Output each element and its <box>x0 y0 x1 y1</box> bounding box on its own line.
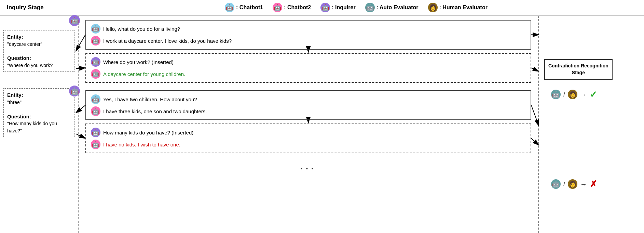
arrow-to-result-2: → <box>580 180 587 188</box>
chat-inserted-text-2-1: How many kids do you have? (Inserted) <box>103 130 193 135</box>
legend-chatbot2: 🤖 : Chatbot2 <box>273 3 311 12</box>
result-cross: ✗ <box>590 179 597 190</box>
chatbot2-label: : Chatbot2 <box>284 4 311 11</box>
chatbot2-icon: 🤖 <box>273 3 282 12</box>
chat-main-block-1: 🤖 Hello, what do you do for a living? 🤖 … <box>85 20 531 50</box>
entity-label-2: Entity: <box>7 91 71 99</box>
legend-bar: Inquiry Stage 🤖 : Chatbot1 🤖 : Chatbot2 … <box>0 0 644 16</box>
contradiction-stage-box: Contradiction RecognitionStage <box>544 59 613 79</box>
auto-eval-icon: 🤖 <box>365 3 375 12</box>
continuation-dots: ... <box>85 161 531 172</box>
legend-auto-eval: 🤖 : Auto Evaluator <box>365 3 419 12</box>
inquirer-speaker-icon-2: 🤖 <box>91 128 100 137</box>
result-check: ✓ <box>590 89 597 100</box>
question-label-2: Question: <box>7 113 71 120</box>
entity-value-1: "daycare center" <box>7 41 71 48</box>
slash-2: / <box>563 181 565 188</box>
chat-line-2-1: 🤖 Yes, I have two children. How about yo… <box>91 94 526 104</box>
chatbot2-inserted-icon-1: 🤖 <box>91 69 100 79</box>
eval-section-2: 🤖 / 👩 → ✗ <box>551 179 597 190</box>
entity-label-1: Entity: <box>7 33 71 41</box>
chatbot1-speaker-icon: 🤖 <box>91 24 100 34</box>
human-eval-icon-2: 👩 <box>568 179 577 189</box>
inquiry-block-1: Entity: "daycare center" Question: "Wher… <box>3 30 74 72</box>
legend-chatbot1: 🤖 : Chatbot1 <box>225 3 263 12</box>
chatbot2-inserted-icon-2: 🤖 <box>91 140 100 149</box>
inquirer-speaker-icon-1: 🤖 <box>91 57 100 67</box>
chat-line-1-1: 🤖 Hello, what do you do for a living? <box>91 24 526 34</box>
chat-text-2-2: I have three kids, one son and two daugh… <box>103 108 207 114</box>
legend-human-eval: 👩 : Human Evaluator <box>428 3 488 12</box>
auto-eval-label: : Auto Evaluator <box>376 4 419 11</box>
inquirer-label: : Inquirer <box>332 4 355 11</box>
human-eval-label: : Human Evaluator <box>439 4 488 11</box>
left-column: Entity: "daycare center" Question: "Wher… <box>0 16 79 233</box>
chat-text-1-2: I work at a daycare center. I love kids,… <box>103 38 232 44</box>
contradiction-stage-title: Contradiction RecognitionStage <box>548 63 608 75</box>
inquirer-icon: 🤖 <box>320 3 330 12</box>
inquirer-icon-group2: 🤖 <box>69 86 80 96</box>
auto-eval-icon-1: 🤖 <box>551 90 561 99</box>
right-column: Contradiction RecognitionStage 🤖 / 👩 → ✓… <box>538 16 644 233</box>
inquiry-stage-title: Inquiry Stage <box>7 4 75 11</box>
chat-line-1-2: 🤖 I work at a daycare center. I love kid… <box>91 36 526 46</box>
chat-inserted-line-1-2: 🤖 A daycare center for young children. <box>91 69 526 79</box>
chat-inserted-line-1-1: 🤖 Where do you work? (Inserted) <box>91 57 526 67</box>
chatbot1-icon: 🤖 <box>225 3 234 12</box>
question-value-1: "Where do you work?" <box>7 62 71 69</box>
entity-value-2: "three" <box>7 99 71 106</box>
auto-eval-icon-2: 🤖 <box>551 179 561 189</box>
eval-section-1: 🤖 / 👩 → ✓ <box>551 89 597 100</box>
chat-inserted-line-2-2: 🤖 I have no kids. I wish to have one. <box>91 140 526 149</box>
question-value-2: "How many kids do you have?" <box>7 120 71 134</box>
human-eval-icon: 👩 <box>428 3 438 12</box>
chat-main-block-2: 🤖 Yes, I have two children. How about yo… <box>85 90 531 120</box>
chat-text-1-1: Hello, what do you do for a living? <box>103 26 180 32</box>
chatbot2-speaker2-icon: 🤖 <box>91 106 100 116</box>
main-container: Inquiry Stage 🤖 : Chatbot1 🤖 : Chatbot2 … <box>0 0 644 233</box>
chat-inserted-text-1-2: A daycare center for young children. <box>103 71 185 77</box>
inquirer-icon-group1: 🤖 <box>69 15 80 26</box>
chat-inserted-line-2-1: 🤖 How many kids do you have? (Inserted) <box>91 128 526 137</box>
chat-inserted-block-2: 🤖 How many kids do you have? (Inserted) … <box>85 124 531 153</box>
chat-inserted-block-1: 🤖 Where do you work? (Inserted) 🤖 A dayc… <box>85 53 531 83</box>
inquiry-block-2: Entity: "three" Question: "How many kids… <box>3 88 74 137</box>
chatbot1-speaker2-icon: 🤖 <box>91 94 100 104</box>
chatbot2-speaker-icon: 🤖 <box>91 36 100 46</box>
chat-line-2-2: 🤖 I have three kids, one son and two dau… <box>91 106 526 116</box>
chat-text-2-1: Yes, I have two children. How about you? <box>103 96 197 102</box>
content-area: Entity: "daycare center" Question: "Wher… <box>0 16 644 233</box>
middle-column: 🤖 🤖 Hello, what do you do for a living? … <box>79 16 538 233</box>
chat-inserted-text-1-1: Where do you work? (Inserted) <box>103 59 174 65</box>
arrow-to-result-1: → <box>580 91 587 99</box>
legend-inquirer: 🤖 : Inquirer <box>320 3 355 12</box>
chat-inserted-text-2-2: I have no kids. I wish to have one. <box>103 142 180 147</box>
slash-1: / <box>563 91 565 98</box>
legend-items: 🤖 : Chatbot1 🤖 : Chatbot2 🤖 : Inquirer 🤖… <box>75 3 637 12</box>
question-label-1: Question: <box>7 54 71 62</box>
chatbot1-label: : Chatbot1 <box>236 4 263 11</box>
human-eval-icon-1: 👩 <box>568 90 577 99</box>
